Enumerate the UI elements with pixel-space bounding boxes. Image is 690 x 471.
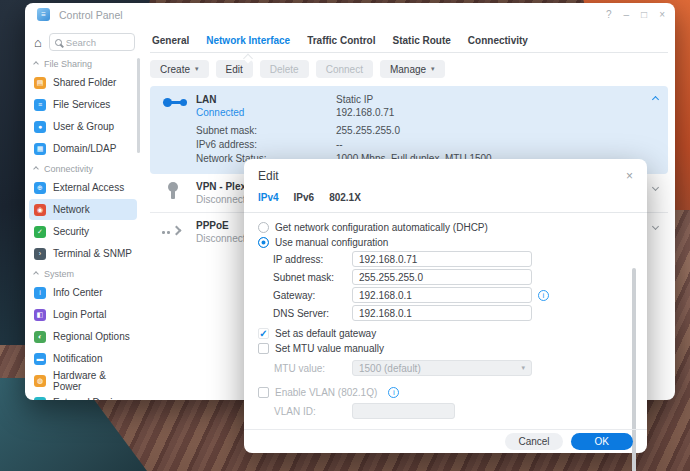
edit-dialog: Edit × IPv4 IPv6 802.1X Get network conf… bbox=[244, 159, 647, 453]
collapse-icon bbox=[33, 166, 39, 172]
sidebar-item-domain-ldap[interactable]: ▦ Domain/LDAP bbox=[29, 138, 137, 159]
chevron-down-icon: ▾ bbox=[431, 65, 435, 73]
tab-network-interface[interactable]: Network Interface bbox=[206, 35, 290, 52]
sidebar-item-regional-options[interactable]: ◐ Regional Options bbox=[29, 326, 137, 347]
connect-button[interactable]: Connect bbox=[316, 60, 373, 78]
sidebar-item-user-group[interactable]: ● User & Group bbox=[29, 116, 137, 137]
dialog-tab-ipv4[interactable]: IPv4 bbox=[258, 192, 279, 203]
section-header-system[interactable]: System bbox=[25, 265, 141, 281]
info-icon[interactable]: i bbox=[538, 290, 549, 301]
sidebar-item-external-devices[interactable]: ◫ External Devices bbox=[29, 392, 137, 400]
titlebar: ≡ Control Panel ? – □ × bbox=[25, 3, 675, 26]
dialog-tab-ipv6[interactable]: IPv6 bbox=[294, 192, 315, 203]
interface-type: Static IP bbox=[336, 93, 394, 106]
toolbar: Create ▾ Edit Delete Connect Manage ▾ bbox=[150, 53, 668, 85]
ip-address-field[interactable] bbox=[352, 251, 532, 267]
field-label: VLAN ID: bbox=[274, 406, 352, 417]
vlan-id-field[interactable] bbox=[352, 403, 455, 419]
tab-general[interactable]: General bbox=[152, 35, 189, 52]
minimize-icon[interactable]: – bbox=[624, 9, 630, 21]
home-icon[interactable]: ⌂ bbox=[34, 36, 42, 49]
status-badge: Connected bbox=[196, 106, 336, 119]
info-icon[interactable]: i bbox=[388, 387, 399, 398]
sidebar-item-login-portal[interactable]: ◧ Login Portal bbox=[29, 304, 137, 325]
sidebar-item-file-services[interactable]: ≡ File Services bbox=[29, 94, 137, 115]
default-gateway-checkbox[interactable]: ✓ bbox=[258, 328, 269, 339]
search-input[interactable] bbox=[66, 37, 129, 48]
tab-static-route[interactable]: Static Route bbox=[393, 35, 451, 52]
sidebar-scrollbar[interactable] bbox=[137, 58, 140, 153]
sidebar-item-external-access[interactable]: ⊕ External Access bbox=[29, 177, 137, 198]
sidebar-item-notification[interactable]: ▬ Notification bbox=[29, 348, 137, 369]
field-label: DNS Server: bbox=[273, 308, 352, 319]
control-panel-app-icon: ≡ bbox=[37, 8, 50, 21]
default-gateway-row[interactable]: ✓ Set as default gateway bbox=[258, 326, 629, 341]
ok-button[interactable]: OK bbox=[571, 433, 633, 450]
field-label: Gateway: bbox=[273, 290, 352, 301]
dns-server-row: DNS Server: bbox=[258, 304, 629, 322]
tab-connectivity[interactable]: Connectivity bbox=[468, 35, 528, 52]
collapse-icon bbox=[33, 271, 39, 277]
dialog-tab-8021x[interactable]: 802.1X bbox=[329, 192, 361, 203]
manual-radio-row[interactable]: Use manual configuration bbox=[258, 235, 629, 250]
interface-name: LAN bbox=[196, 93, 336, 106]
field-label: IP address: bbox=[273, 254, 352, 265]
maximize-icon[interactable]: □ bbox=[641, 9, 647, 21]
subnet-mask-row: Subnet mask: bbox=[258, 268, 629, 286]
vlan-enable-checkbox[interactable] bbox=[258, 387, 269, 398]
help-icon[interactable]: ? bbox=[606, 9, 612, 21]
section-header-file-sharing[interactable]: File Sharing bbox=[25, 55, 141, 71]
delete-button[interactable]: Delete bbox=[260, 60, 309, 78]
sidebar-item-security[interactable]: ✓ Security bbox=[29, 221, 137, 242]
external-access-icon: ⊕ bbox=[34, 182, 46, 194]
mtu-value-select[interactable]: 1500 (default) ▾ bbox=[352, 360, 532, 376]
mtu-manual-row[interactable]: Set MTU value manually bbox=[258, 341, 629, 356]
dhcp-radio[interactable] bbox=[258, 222, 269, 233]
sidebar-item-shared-folder[interactable]: ▤ Shared Folder bbox=[29, 72, 137, 93]
search-box[interactable] bbox=[49, 33, 135, 51]
dialog-close-icon[interactable]: × bbox=[626, 170, 633, 182]
tab-bar: General Network Interface Traffic Contro… bbox=[150, 26, 668, 53]
sidebar-item-hardware-power[interactable]: ◍ Hardware & Power bbox=[29, 370, 137, 391]
sidebar-item-info-center[interactable]: i Info Center bbox=[29, 282, 137, 303]
domain-ldap-icon: ▦ bbox=[34, 143, 46, 155]
dialog-title: Edit bbox=[258, 169, 279, 183]
dialog-tab-bar: IPv4 IPv6 802.1X bbox=[244, 185, 647, 213]
create-button[interactable]: Create ▾ bbox=[150, 60, 209, 78]
manage-button[interactable]: Manage ▾ bbox=[380, 60, 445, 78]
security-icon: ✓ bbox=[34, 226, 46, 238]
desktop: ≡ Control Panel ? – □ × ⌂ bbox=[0, 0, 690, 471]
cancel-button[interactable]: Cancel bbox=[505, 433, 562, 450]
sidebar: ⌂ File Sharing ▤ Shared Folder ≡ Fil bbox=[25, 26, 141, 400]
subnet-mask-field[interactable] bbox=[352, 269, 532, 285]
search-icon bbox=[55, 39, 62, 46]
gateway-row: Gateway: i bbox=[258, 286, 629, 304]
sidebar-item-terminal-snmp[interactable]: › Terminal & SNMP bbox=[29, 243, 137, 264]
close-icon[interactable]: × bbox=[659, 9, 665, 21]
shared-folder-icon: ▤ bbox=[34, 77, 46, 89]
dhcp-radio-row[interactable]: Get network configuration automatically … bbox=[258, 220, 629, 235]
sidebar-item-network[interactable]: ◉ Network bbox=[29, 199, 137, 220]
interface-ip: 192.168.0.71 bbox=[336, 106, 394, 119]
vlan-enable-row[interactable]: Enable VLAN (802.1Q) i bbox=[258, 385, 629, 400]
detail-row: IPv6 address: -- bbox=[196, 138, 658, 152]
field-label: MTU value: bbox=[274, 363, 352, 374]
detail-row: Subnet mask: 255.255.255.0 bbox=[196, 124, 658, 138]
mtu-manual-checkbox[interactable] bbox=[258, 343, 269, 354]
mtu-value-row: MTU value: 1500 (default) ▾ bbox=[258, 359, 629, 377]
field-label: Subnet mask: bbox=[273, 272, 352, 283]
gateway-field[interactable] bbox=[352, 287, 532, 303]
notification-icon: ▬ bbox=[34, 353, 46, 365]
pppoe-icon bbox=[162, 227, 184, 237]
vpn-key-icon bbox=[167, 182, 179, 200]
hardware-power-icon: ◍ bbox=[34, 375, 46, 387]
chevron-down-icon: ▾ bbox=[195, 65, 199, 73]
terminal-snmp-icon: › bbox=[34, 248, 46, 260]
regional-options-icon: ◐ bbox=[34, 331, 46, 343]
section-header-connectivity[interactable]: Connectivity bbox=[25, 160, 141, 176]
dns-server-field[interactable] bbox=[352, 305, 532, 321]
tab-traffic-control[interactable]: Traffic Control bbox=[307, 35, 375, 52]
manual-config-radio[interactable] bbox=[258, 237, 269, 248]
network-icon: ◉ bbox=[34, 204, 46, 216]
vlan-id-row: VLAN ID: bbox=[258, 402, 629, 420]
